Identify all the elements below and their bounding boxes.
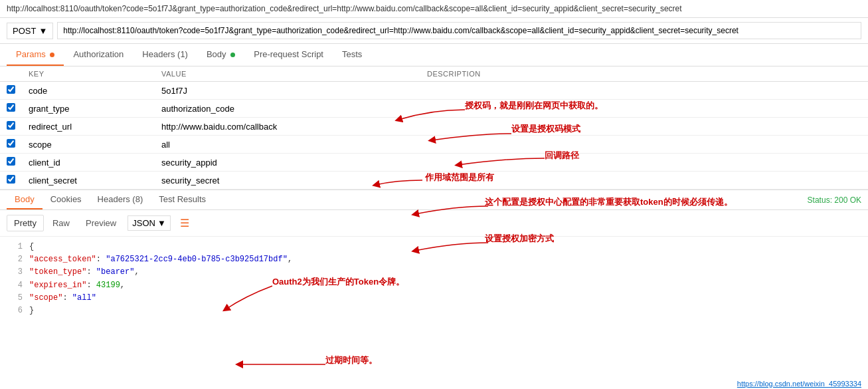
line-number: 2 xyxy=(4,253,23,266)
row-value: security_secret xyxy=(155,172,420,190)
line-number: 6 xyxy=(4,305,23,317)
bcTab-raw[interactable]: Raw xyxy=(45,215,77,231)
body-tabs-left: Body Cookies Headers (8) Test Results xyxy=(7,190,214,209)
tab-authorization[interactable]: Authorization xyxy=(64,44,133,66)
col-value-header: VALUE xyxy=(155,66,420,82)
watermark: https://blog.csdn.net/weixin_45993334 xyxy=(737,380,861,388)
row-key: client_secret xyxy=(22,172,155,190)
row-desc xyxy=(420,172,868,190)
line-number: 3 xyxy=(4,266,23,279)
body-content-tabs: Pretty Raw Preview JSON ▼ ☰ xyxy=(0,210,868,237)
code-line: 3 "token_type": "bearer", xyxy=(0,266,868,279)
body-section: Body Cookies Headers (8) Test Results St… xyxy=(0,190,868,321)
row-checkbox[interactable] xyxy=(0,82,22,100)
tab-body[interactable]: Body xyxy=(197,44,244,66)
table-row: redirect_url http://www.baidu.com/callba… xyxy=(0,118,868,136)
tab-tests[interactable]: Tests xyxy=(333,44,371,66)
url-input[interactable] xyxy=(57,22,861,39)
line-content: "scope": "all" xyxy=(29,292,864,305)
row-value: 5o1f7J xyxy=(155,82,420,100)
row-checkbox[interactable] xyxy=(0,172,22,190)
col-key-header: KEY xyxy=(22,66,155,82)
row-key: grant_type xyxy=(22,100,155,118)
format-arrow: ▼ xyxy=(157,218,166,228)
tab-headers[interactable]: Headers (1) xyxy=(133,44,197,66)
row-checkbox[interactable] xyxy=(0,154,22,172)
tab-prerequest[interactable]: Pre-request Script xyxy=(244,44,333,66)
row-key: code xyxy=(22,82,155,100)
code-line: 5 "scope": "all" xyxy=(0,292,868,305)
table-row: client_secret security_secret xyxy=(0,172,868,190)
row-key: redirect_url xyxy=(22,118,155,136)
bcTab-preview[interactable]: Preview xyxy=(78,215,124,231)
body-dot xyxy=(230,53,235,57)
table-row: code 5o1f7J xyxy=(0,82,868,100)
line-content: "expires_in": 43199, xyxy=(29,279,864,292)
row-checkbox[interactable] xyxy=(0,118,22,136)
line-content: "token_type": "bearer", xyxy=(29,266,864,279)
row-key: client_id xyxy=(22,154,155,172)
method-select[interactable]: POST ▼ xyxy=(7,23,53,39)
line-content: { xyxy=(29,241,864,253)
table-row: scope all xyxy=(0,136,868,154)
wrap-icon[interactable]: ☰ xyxy=(175,214,195,232)
body-tab-body[interactable]: Body xyxy=(7,190,43,209)
line-content: "access_token": "a7625321-2cc9-4eb0-b785… xyxy=(29,253,864,266)
annotation-8: 过期时间等。 xyxy=(325,354,377,366)
row-value: http://www.baidu.com/callback xyxy=(155,118,420,136)
dropdown-arrow: ▼ xyxy=(39,26,47,36)
tab-params[interactable]: Params xyxy=(7,44,64,66)
line-number: 4 xyxy=(4,279,23,292)
col-desc-header: DESCRIPTION xyxy=(420,66,868,82)
line-number: 1 xyxy=(4,241,23,253)
line-content: } xyxy=(29,305,864,317)
row-key: scope xyxy=(22,136,155,154)
code-line: 1{ xyxy=(0,241,868,253)
top-url-text: http://localhost:8110/oauth/token?code=5… xyxy=(7,4,682,13)
code-block: 1{2 "access_token": "a7625321-2cc9-4eb0-… xyxy=(0,237,868,321)
status-badge: Status: 200 OK xyxy=(808,195,861,205)
request-bar: POST ▼ xyxy=(0,18,868,44)
table-row: client_id security_appid xyxy=(0,154,868,172)
params-dot xyxy=(50,53,54,57)
format-label: JSON xyxy=(132,218,155,228)
row-checkbox[interactable] xyxy=(0,136,22,154)
row-value: all xyxy=(155,136,420,154)
row-value: authorization_code xyxy=(155,100,420,118)
arrow-8 xyxy=(232,358,332,371)
bcTab-pretty[interactable]: Pretty xyxy=(7,215,44,231)
line-number: 5 xyxy=(4,292,23,305)
main-container: http://localhost:8110/oauth/token?code=5… xyxy=(0,0,868,389)
row-desc xyxy=(420,100,868,118)
body-tab-testresults[interactable]: Test Results xyxy=(151,190,214,209)
row-desc xyxy=(420,136,868,154)
params-tabs: Params Authorization Headers (1) Body Pr… xyxy=(0,44,868,66)
method-label: POST xyxy=(13,26,36,36)
row-checkbox[interactable] xyxy=(0,100,22,118)
params-area: KEY VALUE DESCRIPTION code 5o1f7J grant_… xyxy=(0,66,868,190)
top-url-bar: http://localhost:8110/oauth/token?code=5… xyxy=(0,0,868,18)
row-value: security_appid xyxy=(155,154,420,172)
row-desc xyxy=(420,82,868,100)
code-line: 2 "access_token": "a7625321-2cc9-4eb0-b7… xyxy=(0,253,868,266)
format-select[interactable]: JSON ▼ xyxy=(128,215,171,231)
code-line: 4 "expires_in": 43199, xyxy=(0,279,868,292)
code-line: 6} xyxy=(0,305,868,317)
row-desc xyxy=(420,118,868,136)
body-tabs-row: Body Cookies Headers (8) Test Results St… xyxy=(0,190,868,210)
table-row: grant_type authorization_code xyxy=(0,100,868,118)
body-tab-cookies[interactable]: Cookies xyxy=(43,190,90,209)
row-desc xyxy=(420,154,868,172)
body-tab-headers[interactable]: Headers (8) xyxy=(90,190,151,209)
params-table: KEY VALUE DESCRIPTION code 5o1f7J grant_… xyxy=(0,66,868,190)
col-checkbox xyxy=(0,66,22,82)
